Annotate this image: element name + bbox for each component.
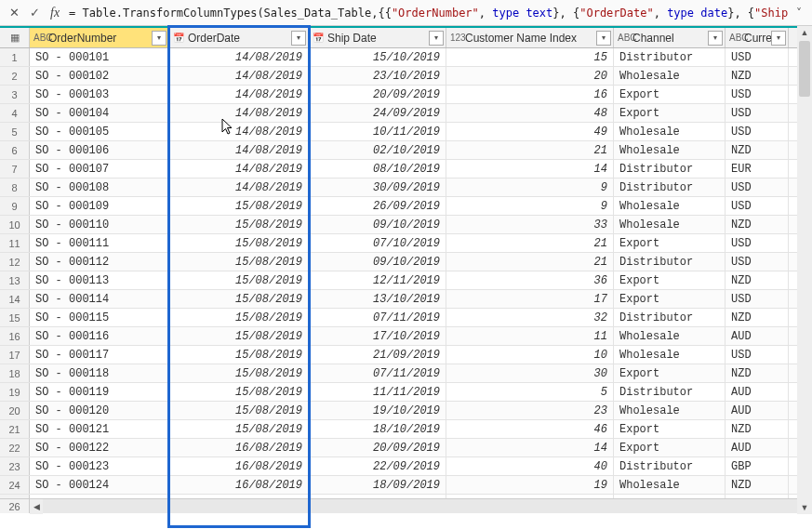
cell-ordernumber[interactable]: SO - 000120 xyxy=(30,402,169,419)
table-row[interactable]: 23SO - 00012316/08/201922/09/201940Distr… xyxy=(0,457,812,476)
vertical-scrollbar[interactable]: ▲ ▼ xyxy=(797,26,812,514)
cell-shipdate[interactable]: 19/10/2019 xyxy=(309,402,446,419)
cell-shipdate[interactable]: 18/09/2019 xyxy=(309,476,446,494)
cell-shipdate[interactable]: 08/10/2019 xyxy=(309,160,446,178)
row-number[interactable]: 1 xyxy=(0,48,30,66)
cell-orderdate[interactable]: 15/08/2019 xyxy=(169,290,309,308)
cell-ordernumber[interactable]: SO - 000115 xyxy=(30,309,169,326)
cell-currency[interactable]: USD xyxy=(725,86,789,103)
cell-shipdate[interactable]: 23/10/2019 xyxy=(309,67,446,85)
table-row[interactable]: 13SO - 00011315/08/201912/11/201936Expor… xyxy=(0,271,812,290)
row-number[interactable]: 11 xyxy=(0,234,30,252)
cell-orderdate[interactable]: 16/08/2019 xyxy=(169,476,309,494)
cell-ordernumber[interactable]: SO - 000112 xyxy=(30,253,169,271)
number-type-icon[interactable]: 123 xyxy=(450,33,465,43)
horizontal-scrollbar[interactable]: ◀ ▶ xyxy=(30,499,812,513)
row-number[interactable]: 14 xyxy=(0,290,30,308)
commit-icon[interactable]: ✓ xyxy=(24,3,45,23)
cell-ordernumber[interactable]: SO - 000110 xyxy=(30,216,169,233)
cell-orderdate[interactable]: 15/08/2019 xyxy=(169,402,309,419)
cell-customer-index[interactable]: 30 xyxy=(446,364,614,382)
vscroll-thumb[interactable] xyxy=(799,41,810,97)
cell-currency[interactable]: AUD xyxy=(725,327,789,345)
cell-channel[interactable]: Wholesale xyxy=(614,216,725,233)
table-row[interactable]: 1SO - 00010114/08/201915/10/201915Distri… xyxy=(0,48,812,67)
text-type-icon[interactable]: ABC xyxy=(729,33,744,43)
row-number[interactable]: 6 xyxy=(0,141,30,159)
cell-customer-index[interactable]: 15 xyxy=(446,495,614,498)
cell-customer-index[interactable]: 14 xyxy=(446,160,614,178)
cell-channel[interactable]: Export xyxy=(614,271,725,289)
cancel-icon[interactable]: ✕ xyxy=(4,3,24,23)
cell-orderdate[interactable]: 15/08/2019 xyxy=(169,197,309,215)
scroll-down-icon[interactable]: ▼ xyxy=(797,501,812,514)
cell-channel[interactable]: Wholesale xyxy=(614,327,725,345)
row-number[interactable]: 10 xyxy=(0,216,30,233)
expand-formula-icon[interactable]: ˅ xyxy=(790,7,808,20)
cell-shipdate[interactable]: 17/10/2019 xyxy=(309,327,446,345)
cell-channel[interactable]: Wholesale xyxy=(614,123,725,140)
cell-orderdate[interactable]: 15/08/2019 xyxy=(169,271,309,289)
table-row[interactable]: 22SO - 00012216/08/201920/09/201914Expor… xyxy=(0,439,812,457)
cell-orderdate[interactable]: 15/08/2019 xyxy=(169,420,309,438)
scroll-up-icon[interactable]: ▲ xyxy=(797,26,812,39)
column-filter-dropdown[interactable]: ▾ xyxy=(291,31,306,46)
column-header-orderdate[interactable]: 📅OrderDate▾ xyxy=(169,28,309,47)
cell-ordernumber[interactable]: SO - 000116 xyxy=(30,327,169,345)
row-number[interactable]: 25 xyxy=(0,495,30,498)
cell-customer-index[interactable]: 21 xyxy=(446,253,614,271)
cell-shipdate[interactable]: 07/11/2019 xyxy=(309,364,446,382)
table-row[interactable]: 10SO - 00011015/08/201909/10/201933Whole… xyxy=(0,216,812,234)
table-row[interactable]: 6SO - 00010614/08/201902/10/201921Wholes… xyxy=(0,141,812,160)
cell-currency[interactable]: NZD xyxy=(725,271,789,289)
cell-currency[interactable]: USD xyxy=(725,179,789,196)
row-number[interactable]: 16 xyxy=(0,327,30,345)
cell-currency[interactable]: NZD xyxy=(725,216,789,233)
cell-customer-index[interactable]: 33 xyxy=(446,216,614,233)
cell-orderdate[interactable]: 14/08/2019 xyxy=(169,123,309,140)
cell-currency[interactable]: EUR xyxy=(725,160,789,178)
cell-orderdate[interactable]: 15/08/2019 xyxy=(169,216,309,233)
row-number[interactable]: 18 xyxy=(0,364,30,382)
cell-ordernumber[interactable]: SO - 000103 xyxy=(30,86,169,103)
table-row[interactable]: 3SO - 00010314/08/201920/09/201916Export… xyxy=(0,86,812,104)
cell-ordernumber[interactable]: SO - 000122 xyxy=(30,439,169,456)
cell-orderdate[interactable]: 15/08/2019 xyxy=(169,309,309,326)
cell-channel[interactable]: Export xyxy=(614,234,725,252)
formula-input[interactable]: = Table.TransformColumnTypes(Sales_Data_… xyxy=(65,7,790,20)
column-header-ship-date[interactable]: 📅Ship Date▾ xyxy=(309,28,446,47)
cell-customer-index[interactable]: 48 xyxy=(446,104,614,122)
cell-ordernumber[interactable]: SO - 000113 xyxy=(30,271,169,289)
cell-currency[interactable]: USD xyxy=(725,104,789,122)
column-filter-dropdown[interactable]: ▾ xyxy=(152,31,166,46)
row-number[interactable]: 13 xyxy=(0,271,30,289)
cell-channel[interactable]: Wholesale xyxy=(614,67,725,85)
cell-customer-index[interactable]: 14 xyxy=(446,439,614,456)
column-header-channel[interactable]: ABCChannel▾ xyxy=(614,28,725,47)
cell-customer-index[interactable]: 49 xyxy=(446,123,614,140)
cell-currency[interactable]: GBP xyxy=(725,457,789,475)
cell-ordernumber[interactable]: SO - 000108 xyxy=(30,179,169,196)
cell-ordernumber[interactable]: SO - 000102 xyxy=(30,67,169,85)
table-row[interactable]: 20SO - 00012015/08/201919/10/201923Whole… xyxy=(0,402,812,420)
cell-orderdate[interactable]: 14/08/2019 xyxy=(169,104,309,122)
row-number[interactable]: 5 xyxy=(0,123,30,140)
scroll-left-icon[interactable]: ◀ xyxy=(30,499,43,514)
cell-ordernumber[interactable]: SO - 000105 xyxy=(30,123,169,140)
cell-ordernumber[interactable]: SO - 000107 xyxy=(30,160,169,178)
cell-ordernumber[interactable]: SO - 000124 xyxy=(30,476,169,494)
row-number[interactable]: 24 xyxy=(0,476,30,494)
cell-ordernumber[interactable]: SO - 000104 xyxy=(30,104,169,122)
table-row[interactable]: 17SO - 00011715/08/201921/09/201910Whole… xyxy=(0,346,812,364)
cell-orderdate[interactable]: 14/08/2019 xyxy=(169,67,309,85)
row-number[interactable]: 9 xyxy=(0,197,30,215)
cell-orderdate[interactable]: 16/08/2019 xyxy=(169,457,309,475)
cell-channel[interactable]: Export xyxy=(614,364,725,382)
cell-channel[interactable]: Distributor xyxy=(614,179,725,196)
cell-shipdate[interactable]: 02/10/2019 xyxy=(309,141,446,159)
table-row[interactable]: 14SO - 00011415/08/201913/10/201917Expor… xyxy=(0,290,812,309)
table-row[interactable]: 16SO - 00011615/08/201917/10/201911Whole… xyxy=(0,327,812,346)
cell-customer-index[interactable]: 9 xyxy=(446,197,614,215)
table-row[interactable]: 8SO - 00010814/08/201930/09/20199Distrib… xyxy=(0,179,812,197)
column-filter-dropdown[interactable]: ▾ xyxy=(708,31,723,46)
